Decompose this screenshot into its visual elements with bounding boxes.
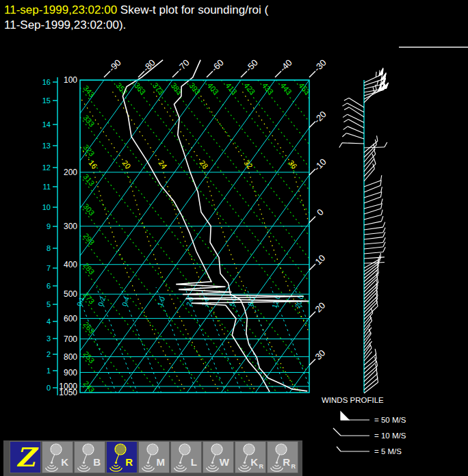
svg-text:4: 4 xyxy=(47,317,51,326)
toolbar-button-r[interactable]: R xyxy=(106,441,138,473)
isotherms xyxy=(0,80,468,393)
pressure-axis-labels: 10020030040050060070080090010001050 xyxy=(59,75,77,397)
svg-text:2.0: 2.0 xyxy=(185,295,195,307)
svg-text:0: 0 xyxy=(47,384,51,392)
toolbar: Z K B R M xyxy=(3,440,302,476)
svg-text:3: 3 xyxy=(47,334,51,343)
svg-text:393: 393 xyxy=(187,81,202,96)
svg-text:32: 32 xyxy=(243,159,255,170)
svg-text:400: 400 xyxy=(64,260,77,269)
svg-text:263: 263 xyxy=(82,320,96,335)
svg-text:24: 24 xyxy=(157,159,169,170)
temperature-trace xyxy=(174,60,308,391)
svg-text:6: 6 xyxy=(47,282,51,290)
svg-text:2: 2 xyxy=(47,350,51,358)
svg-text:363: 363 xyxy=(133,81,147,96)
toolbar-button-b[interactable]: B xyxy=(74,441,105,473)
svg-text:9: 9 xyxy=(47,222,51,230)
svg-text:11: 11 xyxy=(43,183,51,191)
svg-text:-70: -70 xyxy=(175,57,192,74)
svg-text:36: 36 xyxy=(287,159,299,170)
svg-text:600: 600 xyxy=(64,314,77,323)
z-logo-icon: Z xyxy=(10,442,40,473)
svg-text:10: 10 xyxy=(42,203,51,211)
toolbar-button-k-r2[interactable]: KR xyxy=(235,441,266,473)
svg-text:20: 20 xyxy=(121,159,133,170)
toolbar-button-r-r2[interactable]: RR xyxy=(267,441,298,473)
svg-text:15: 15 xyxy=(42,96,51,105)
svg-text:12: 12 xyxy=(42,163,51,172)
svg-text:100: 100 xyxy=(64,75,77,85)
dry-adiabat-labels: 2432532632732832933033133233333433533633… xyxy=(82,81,312,395)
svg-text:500: 500 xyxy=(64,289,77,299)
svg-text:13: 13 xyxy=(42,142,51,150)
svg-text:403: 403 xyxy=(206,81,220,96)
radiosonde-balloon-icon xyxy=(83,444,94,455)
svg-text:283: 283 xyxy=(82,261,96,276)
svg-text:-40: -40 xyxy=(278,57,294,74)
svg-text:423: 423 xyxy=(242,81,257,96)
svg-text:413: 413 xyxy=(224,81,239,96)
app-window: 11-sep-1999,23:02:00 Skew-t plot for sou… xyxy=(0,0,468,476)
radiosonde-balloon-icon xyxy=(244,444,255,455)
height-axis: 012345678910111213141516 xyxy=(42,77,57,395)
svg-text:900: 900 xyxy=(64,368,77,378)
toolbar-button-z[interactable]: Z xyxy=(10,441,41,473)
svg-text:200: 200 xyxy=(64,168,77,177)
svg-text:243: 243 xyxy=(82,380,96,395)
svg-text:293: 293 xyxy=(82,232,96,247)
svg-text:-50: -50 xyxy=(244,57,260,74)
winds-legend-label: = 5 M/S xyxy=(374,447,402,455)
svg-text:-60: -60 xyxy=(209,57,226,74)
right-temperature-axis: -20-100102030 xyxy=(309,109,328,365)
svg-text:1.0: 1.0 xyxy=(156,295,166,307)
svg-text:7: 7 xyxy=(47,264,51,272)
plot-border xyxy=(80,80,309,393)
winds-legend-label: = 50 M/S xyxy=(374,416,406,424)
svg-text:28: 28 xyxy=(198,159,210,170)
top-temperature-axis: -90-80-70-60-50-40-30 xyxy=(104,57,328,77)
svg-text:373: 373 xyxy=(151,81,166,96)
svg-text:0: 0 xyxy=(315,207,326,217)
toolbar-button-k[interactable]: K xyxy=(42,441,73,473)
svg-text:353: 353 xyxy=(115,81,129,96)
svg-text:-90: -90 xyxy=(107,57,123,74)
svg-text:313: 313 xyxy=(82,172,96,187)
svg-text:1: 1 xyxy=(47,367,51,375)
radiosonde-balloon-icon xyxy=(51,444,62,455)
toolbar-button-m[interactable]: M xyxy=(138,441,170,473)
skew-t-chart: 2432532632732832933033133233333433533633… xyxy=(0,0,468,476)
svg-text:303: 303 xyxy=(82,202,96,217)
winds-profile-title: WINDS PROFILE xyxy=(322,396,384,404)
radiosonde-balloon-icon xyxy=(179,444,190,455)
svg-text:1050: 1050 xyxy=(59,388,77,397)
radiosonde-balloon-icon xyxy=(115,444,126,455)
svg-text:800: 800 xyxy=(64,352,77,362)
winds-legend-label: = 10 M/S xyxy=(374,432,406,440)
radiosonde-balloon-icon xyxy=(147,444,158,455)
svg-text:333: 333 xyxy=(82,114,96,129)
svg-text:700: 700 xyxy=(64,334,77,344)
svg-text:0.2: 0.2 xyxy=(96,295,107,307)
svg-text:253: 253 xyxy=(82,349,96,365)
svg-text:-80: -80 xyxy=(141,57,157,74)
svg-text:8: 8 xyxy=(47,244,51,252)
radiosonde-balloon-icon xyxy=(276,444,287,455)
winds-legend: = 50 M/S= 10 M/S= 5 M/S xyxy=(333,412,406,455)
winds-profile: WINDS PROFILE= 50 M/S= 10 M/S= 5 M/S xyxy=(322,68,406,455)
radiosonde-balloon-icon xyxy=(211,444,222,455)
isobars xyxy=(80,80,309,393)
svg-text:443: 443 xyxy=(279,81,294,96)
svg-text:-30: -30 xyxy=(312,57,328,74)
dry-adiabats xyxy=(80,80,468,476)
svg-text:0.4: 0.4 xyxy=(120,295,131,307)
svg-text:300: 300 xyxy=(64,222,77,231)
toolbar-button-w[interactable]: W xyxy=(203,441,234,473)
svg-text:16: 16 xyxy=(42,78,51,86)
svg-text:5: 5 xyxy=(47,300,51,308)
svg-text:343: 343 xyxy=(82,84,96,99)
toolbar-button-l[interactable]: L xyxy=(170,441,202,473)
svg-text:14: 14 xyxy=(42,120,51,129)
svg-text:3.0: 3.0 xyxy=(200,295,211,307)
